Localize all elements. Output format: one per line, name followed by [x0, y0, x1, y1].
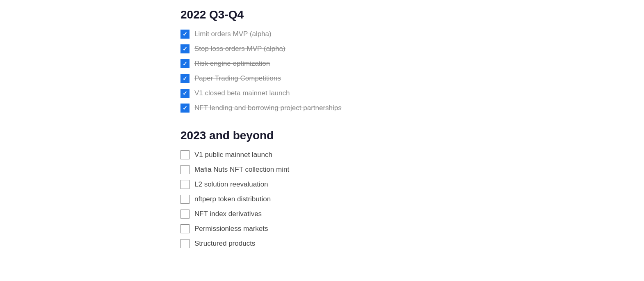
checkbox-checked[interactable]: ✓: [180, 74, 190, 83]
list-item: Mafia Nuts NFT collection mint: [180, 165, 369, 174]
item-label: Permissionless markets: [194, 225, 268, 233]
checkbox-unchecked[interactable]: [180, 195, 190, 204]
item-label: Limit orders MVP (alpha): [194, 30, 272, 38]
checkbox-unchecked[interactable]: [180, 165, 190, 174]
checkmark-icon: ✓: [183, 76, 187, 81]
item-label: NFT index derivatives: [194, 210, 262, 218]
checkbox-checked[interactable]: ✓: [180, 44, 190, 53]
item-label: Paper Trading Competitions: [194, 74, 281, 83]
list-item: ✓Limit orders MVP (alpha): [180, 30, 369, 39]
section-title-2023-beyond: 2023 and beyond: [180, 129, 369, 142]
item-label: V1 public mainnet launch: [194, 151, 272, 159]
section-2023-beyond: 2023 and beyondV1 public mainnet launchM…: [180, 129, 369, 248]
list-item: ✓NFT lending and borrowing project partn…: [180, 104, 369, 113]
checkbox-checked[interactable]: ✓: [180, 59, 190, 68]
checkmark-icon: ✓: [183, 31, 187, 37]
list-item: ✓Risk engine optimization: [180, 59, 369, 68]
list-item: ✓V1 closed beta mainnet launch: [180, 89, 369, 98]
list-item: Permissionless markets: [180, 224, 369, 233]
list-item: L2 solution reevaluation: [180, 180, 369, 189]
checkbox-checked[interactable]: ✓: [180, 104, 190, 113]
item-label: Mafia Nuts NFT collection mint: [194, 166, 289, 174]
list-item: V1 public mainnet launch: [180, 150, 369, 159]
list-item: Structured products: [180, 239, 369, 248]
item-label: Structured products: [194, 240, 255, 248]
page-container: 2022 Q3-Q4✓Limit orders MVP (alpha)✓Stop…: [0, 0, 369, 273]
checkbox-unchecked[interactable]: [180, 239, 190, 248]
item-label: Risk engine optimization: [194, 60, 270, 68]
checkbox-checked[interactable]: ✓: [180, 89, 190, 98]
item-label: Stop loss orders MVP (alpha): [194, 45, 285, 53]
item-label: L2 solution reevaluation: [194, 180, 268, 189]
item-label: NFT lending and borrowing project partne…: [194, 104, 342, 112]
section-title-q3q4-2022: 2022 Q3-Q4: [180, 8, 369, 21]
checkbox-checked[interactable]: ✓: [180, 30, 190, 39]
checkbox-unchecked[interactable]: [180, 180, 190, 189]
item-label: V1 closed beta mainnet launch: [194, 89, 290, 97]
list-item: nftperp token distribution: [180, 195, 369, 204]
checkmark-icon: ✓: [183, 105, 187, 111]
list-item: NFT index derivatives: [180, 210, 369, 219]
checkmark-icon: ✓: [183, 46, 187, 52]
item-label: nftperp token distribution: [194, 195, 271, 203]
checkbox-unchecked[interactable]: [180, 224, 190, 233]
checkmark-icon: ✓: [183, 90, 187, 96]
checkbox-unchecked[interactable]: [180, 210, 190, 219]
list-item: ✓Paper Trading Competitions: [180, 74, 369, 83]
checkmark-icon: ✓: [183, 61, 187, 67]
checklist-2023-beyond: V1 public mainnet launchMafia Nuts NFT c…: [180, 150, 369, 248]
checklist-q3q4-2022: ✓Limit orders MVP (alpha)✓Stop loss orde…: [180, 30, 369, 113]
section-q3q4-2022: 2022 Q3-Q4✓Limit orders MVP (alpha)✓Stop…: [180, 8, 369, 113]
checkbox-unchecked[interactable]: [180, 150, 190, 159]
list-item: ✓Stop loss orders MVP (alpha): [180, 44, 369, 53]
